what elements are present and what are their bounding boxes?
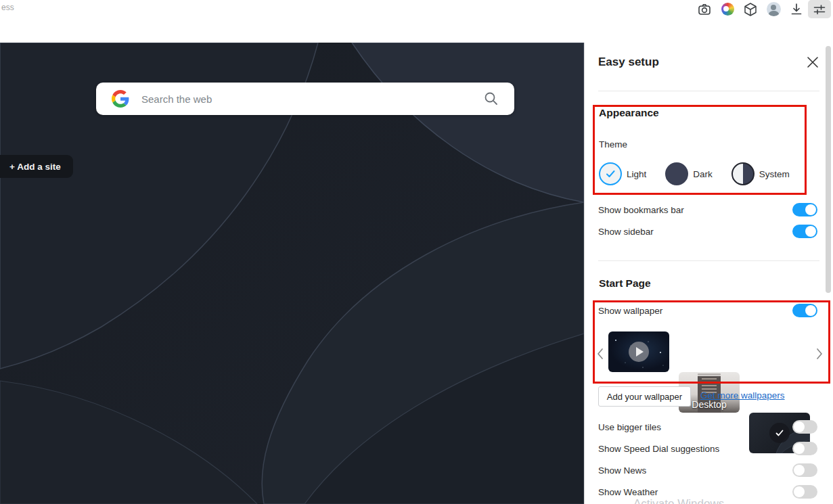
- theme-option-dark[interactable]: Dark: [665, 162, 713, 185]
- show-news-label: Show News: [598, 465, 646, 476]
- google-logo-icon: [112, 90, 129, 108]
- easy-setup-icon: [812, 2, 827, 17]
- easy-setup-panel: Easy setup Appearance Theme Light Dark: [584, 43, 833, 504]
- show-news-toggle[interactable]: [792, 463, 817, 477]
- show-weather-toggle[interactable]: [792, 485, 817, 499]
- extensions-button[interactable]: [739, 0, 762, 18]
- profile-button[interactable]: [762, 0, 785, 18]
- show-wallpaper-toggle[interactable]: [792, 304, 817, 317]
- toolbar-icon-group: [693, 0, 831, 18]
- dark-theme-icon: [665, 162, 688, 185]
- show-bookmarks-label: Show bookmarks bar: [598, 205, 684, 215]
- search-bar: [96, 83, 514, 115]
- theme-options: Light Dark System: [599, 162, 790, 186]
- panel-scrollbar[interactable]: [826, 46, 831, 293]
- show-sidebar-row: Show sidebar: [598, 225, 817, 238]
- desktop-menubar-decoration: [698, 373, 721, 375]
- dark-theme-label: Dark: [693, 169, 713, 179]
- divider: [598, 260, 819, 261]
- camera-icon: [697, 2, 712, 17]
- use-bigger-tiles-row: Use bigger tiles: [598, 420, 817, 434]
- light-theme-label: Light: [627, 169, 646, 179]
- start-page-heading: Start Page: [599, 277, 651, 290]
- theme-option-light[interactable]: Light: [599, 162, 646, 185]
- divider: [598, 91, 819, 91]
- search-icon[interactable]: [483, 91, 499, 107]
- theme-label: Theme: [599, 139, 627, 150]
- show-news-row: Show News: [598, 463, 817, 477]
- browser-toolbar: ess: [0, 0, 833, 43]
- cube-icon: [743, 2, 758, 17]
- panel-title: Easy setup: [598, 55, 659, 69]
- show-wallpaper-label: Show wallpaper: [598, 306, 662, 316]
- speed-dial-suggestions-toggle[interactable]: [792, 442, 817, 455]
- show-bookmarks-row: Show bookmarks bar: [598, 203, 817, 216]
- show-sidebar-toggle[interactable]: [792, 225, 817, 238]
- show-weather-label: Show Weather: [598, 487, 658, 497]
- browser-window: ess: [0, 0, 833, 504]
- show-wallpaper-row: Show wallpaper: [598, 304, 817, 317]
- theme-option-system[interactable]: System: [731, 162, 790, 185]
- add-site-button[interactable]: + Add a site: [0, 155, 73, 178]
- download-icon: [789, 2, 804, 17]
- use-bigger-tiles-label: Use bigger tiles: [598, 422, 661, 432]
- show-sidebar-label: Show sidebar: [598, 227, 654, 237]
- play-icon: [629, 342, 649, 362]
- add-wallpaper-button[interactable]: Add your wallpaper: [598, 386, 691, 407]
- start-page: + Add a site: [0, 43, 584, 504]
- system-theme-label: System: [759, 169, 790, 179]
- easy-setup-button[interactable]: [808, 0, 831, 18]
- pinboard-button[interactable]: [716, 0, 739, 18]
- activate-windows-watermark: Activate Windows: [633, 497, 724, 504]
- get-more-wallpapers-link[interactable]: Get more wallpapers: [700, 390, 785, 400]
- speed-dial-suggestions-label: Show Speed Dial suggestions: [598, 444, 719, 454]
- stars-decoration: [615, 340, 616, 341]
- use-bigger-tiles-toggle[interactable]: [792, 420, 817, 434]
- search-input[interactable]: [141, 93, 483, 105]
- downloads-button[interactable]: [785, 0, 808, 18]
- check-icon: [604, 168, 616, 180]
- system-theme-icon: [731, 162, 755, 185]
- appearance-heading: Appearance: [599, 107, 659, 119]
- show-bookmarks-toggle[interactable]: [792, 203, 817, 216]
- bookmark-item-partial[interactable]: ess: [1, 3, 14, 12]
- chevron-right-icon[interactable]: [815, 347, 824, 361]
- wallpaper-thumb-space-video[interactable]: [608, 331, 669, 372]
- light-theme-icon: [599, 162, 622, 185]
- speed-dial-suggestions-row: Show Speed Dial suggestions: [598, 442, 817, 455]
- close-icon[interactable]: [807, 56, 819, 68]
- profile-icon: [767, 2, 781, 16]
- snapshot-button[interactable]: [693, 0, 716, 18]
- show-weather-row: Show Weather: [598, 485, 817, 499]
- pinboard-icon: [721, 3, 734, 16]
- chevron-left-icon[interactable]: [595, 347, 605, 361]
